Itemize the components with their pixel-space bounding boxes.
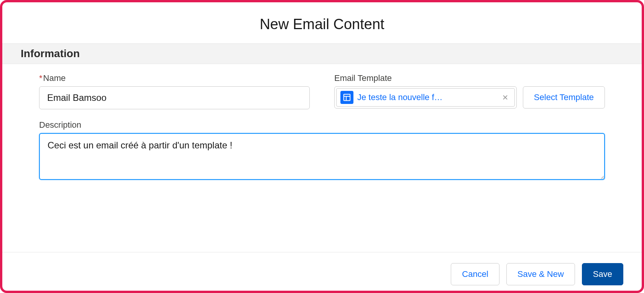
name-input[interactable]: [39, 86, 310, 109]
name-label: *Name: [39, 73, 310, 83]
save-button[interactable]: Save: [582, 263, 623, 285]
template-pill-container[interactable]: Je teste la nouvelle f…: [334, 86, 517, 109]
description-input[interactable]: [39, 133, 605, 180]
template-pill-remove[interactable]: [500, 92, 511, 103]
name-field: *Name: [39, 73, 310, 109]
template-pill: Je teste la nouvelle f…: [336, 88, 515, 107]
select-template-button[interactable]: Select Template: [523, 86, 605, 109]
name-label-text: Name: [43, 73, 66, 83]
required-indicator: *: [39, 73, 43, 83]
form-row-top: *Name Email Template: [39, 73, 605, 109]
svg-rect-0: [344, 94, 350, 101]
email-template-label: Email Template: [334, 73, 605, 83]
modal-title: New Email Content: [2, 2, 642, 43]
modal-footer: Cancel Save & New Save: [2, 252, 642, 291]
description-field: Description: [39, 120, 605, 181]
save-and-new-button[interactable]: Save & New: [506, 263, 575, 285]
new-email-content-modal: New Email Content Information *Name Emai…: [0, 0, 644, 293]
email-template-row: Je teste la nouvelle f… Select Template: [334, 86, 605, 109]
section-header-information: Information: [2, 43, 642, 64]
description-label: Description: [39, 120, 605, 130]
email-template-field: Email Template Je teste la nouve: [334, 73, 605, 109]
template-icon: [340, 91, 353, 104]
form-area: *Name Email Template: [2, 64, 642, 252]
template-pill-text: Je teste la nouvelle f…: [357, 92, 496, 102]
cancel-button[interactable]: Cancel: [451, 263, 499, 285]
